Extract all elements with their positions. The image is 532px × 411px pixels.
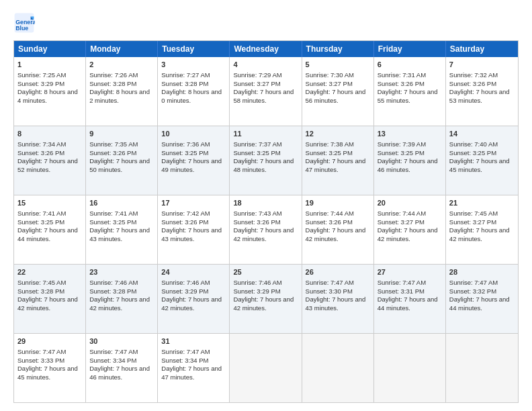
sunset-label: Sunset: 3:26 PM — [17, 149, 64, 156]
day-number: 25 — [233, 267, 298, 277]
sunset-label: Sunset: 3:25 PM — [17, 218, 64, 226]
day-number: 7 — [449, 60, 515, 70]
calendar-cell: 22 Sunrise: 7:45 AM Sunset: 3:28 PM Dayl… — [14, 265, 86, 333]
calendar-cell: 2 Sunrise: 7:26 AM Sunset: 3:28 PM Dayli… — [86, 57, 158, 126]
daylight-label: Daylight: 7 hours and 43 minutes. — [161, 226, 222, 242]
sunset-label: Sunset: 3:26 PM — [306, 218, 353, 226]
sunrise-label: Sunrise: 7:38 AM — [306, 140, 354, 148]
day-number: 8 — [17, 129, 82, 139]
calendar-cell: 15 Sunrise: 7:41 AM Sunset: 3:25 PM Dayl… — [14, 195, 86, 264]
day-number: 16 — [89, 198, 154, 208]
sunrise-label: Sunrise: 7:41 AM — [89, 210, 138, 217]
calendar-cell: 28 Sunrise: 7:47 AM Sunset: 3:32 PM Dayl… — [446, 265, 518, 333]
daylight-label: Daylight: 8 hours and 2 minutes. — [89, 88, 150, 104]
calendar-day-header: Monday — [86, 41, 158, 57]
sunrise-label: Sunrise: 7:39 AM — [378, 140, 426, 148]
calendar-row: 1 Sunrise: 7:25 AM Sunset: 3:29 PM Dayli… — [14, 57, 518, 126]
day-number: 24 — [161, 267, 226, 277]
svg-text:Blue: Blue — [15, 25, 28, 32]
sunrise-label: Sunrise: 7:44 AM — [378, 210, 426, 217]
daylight-label: Daylight: 7 hours and 49 minutes. — [161, 157, 222, 173]
calendar: SundayMondayTuesdayWednesdayThursdayFrid… — [13, 40, 519, 403]
sunset-label: Sunset: 3:26 PM — [233, 218, 280, 226]
daylight-label: Daylight: 7 hours and 48 minutes. — [233, 157, 294, 173]
calendar-cell: 14 Sunrise: 7:40 AM Sunset: 3:25 PM Dayl… — [446, 126, 518, 195]
calendar-row: 15 Sunrise: 7:41 AM Sunset: 3:25 PM Dayl… — [14, 195, 518, 264]
daylight-label: Daylight: 8 hours and 0 minutes. — [161, 88, 222, 104]
sunset-label: Sunset: 3:26 PM — [378, 80, 425, 87]
sunrise-label: Sunrise: 7:35 AM — [89, 140, 138, 148]
daylight-label: Daylight: 7 hours and 44 minutes. — [449, 295, 510, 312]
sunrise-label: Sunrise: 7:31 AM — [378, 71, 426, 79]
day-number: 30 — [89, 336, 154, 347]
day-number: 9 — [89, 129, 154, 139]
sunrise-label: Sunrise: 7:37 AM — [233, 140, 281, 148]
calendar-cell: 27 Sunrise: 7:47 AM Sunset: 3:31 PM Dayl… — [374, 265, 446, 333]
day-number: 14 — [449, 129, 515, 139]
sunrise-label: Sunrise: 7:41 AM — [17, 210, 66, 217]
calendar-cell: 12 Sunrise: 7:38 AM Sunset: 3:25 PM Dayl… — [302, 126, 374, 195]
day-number: 12 — [306, 129, 370, 139]
calendar-cell: 25 Sunrise: 7:46 AM Sunset: 3:29 PM Dayl… — [230, 265, 302, 333]
day-number: 21 — [449, 198, 515, 208]
sunrise-label: Sunrise: 7:25 AM — [17, 71, 66, 79]
calendar-day-header: Saturday — [446, 41, 518, 57]
sunset-label: Sunset: 3:25 PM — [161, 149, 208, 156]
sunset-label: Sunset: 3:27 PM — [306, 80, 353, 87]
calendar-row: 29 Sunrise: 7:47 AM Sunset: 3:33 PM Dayl… — [14, 333, 518, 402]
sunrise-label: Sunrise: 7:47 AM — [378, 279, 426, 286]
sunrise-label: Sunrise: 7:46 AM — [161, 279, 210, 286]
calendar-cell: 5 Sunrise: 7:30 AM Sunset: 3:27 PM Dayli… — [302, 57, 374, 126]
calendar-body: 1 Sunrise: 7:25 AM Sunset: 3:29 PM Dayli… — [14, 57, 518, 402]
calendar-day-header: Friday — [374, 41, 446, 57]
daylight-label: Daylight: 7 hours and 43 minutes. — [306, 295, 366, 312]
daylight-label: Daylight: 7 hours and 50 minutes. — [89, 157, 150, 173]
sunset-label: Sunset: 3:27 PM — [233, 80, 280, 87]
day-number: 1 — [17, 60, 82, 70]
calendar-cell: 19 Sunrise: 7:44 AM Sunset: 3:26 PM Dayl… — [302, 195, 374, 264]
sunset-label: Sunset: 3:25 PM — [449, 149, 496, 156]
daylight-label: Daylight: 7 hours and 42 minutes. — [161, 295, 222, 312]
day-number: 15 — [17, 198, 82, 208]
sunset-label: Sunset: 3:32 PM — [449, 287, 496, 295]
sunrise-label: Sunrise: 7:34 AM — [17, 140, 66, 148]
day-number: 31 — [161, 336, 226, 347]
header: General Blue — [13, 12, 519, 34]
day-number: 17 — [161, 198, 226, 208]
sunrise-label: Sunrise: 7:40 AM — [449, 140, 498, 148]
day-number: 27 — [378, 267, 442, 277]
sunset-label: Sunset: 3:25 PM — [306, 149, 353, 156]
calendar-cell: 18 Sunrise: 7:43 AM Sunset: 3:26 PM Dayl… — [230, 195, 302, 264]
sunrise-label: Sunrise: 7:47 AM — [161, 348, 210, 355]
sunset-label: Sunset: 3:34 PM — [161, 357, 208, 364]
calendar-cell: 29 Sunrise: 7:47 AM Sunset: 3:33 PM Dayl… — [14, 334, 86, 402]
calendar-cell: 8 Sunrise: 7:34 AM Sunset: 3:26 PM Dayli… — [14, 126, 86, 195]
logo-icon: General Blue — [13, 12, 35, 34]
sunset-label: Sunset: 3:27 PM — [378, 218, 425, 226]
sunrise-label: Sunrise: 7:36 AM — [161, 140, 210, 148]
sunset-label: Sunset: 3:26 PM — [161, 218, 208, 226]
calendar-day-header: Tuesday — [158, 41, 230, 57]
logo: General Blue — [13, 12, 38, 34]
daylight-label: Daylight: 7 hours and 46 minutes. — [378, 157, 438, 173]
sunrise-label: Sunrise: 7:46 AM — [89, 279, 138, 286]
day-number: 6 — [378, 60, 442, 70]
sunset-label: Sunset: 3:29 PM — [17, 80, 64, 87]
daylight-label: Daylight: 7 hours and 44 minutes. — [17, 226, 78, 242]
calendar-day-header: Wednesday — [230, 41, 302, 57]
sunset-label: Sunset: 3:26 PM — [89, 149, 136, 156]
day-number: 11 — [233, 129, 298, 139]
day-number: 2 — [89, 60, 154, 70]
calendar-cell: 7 Sunrise: 7:32 AM Sunset: 3:26 PM Dayli… — [446, 57, 518, 126]
calendar-cell: 30 Sunrise: 7:47 AM Sunset: 3:34 PM Dayl… — [86, 334, 158, 402]
sunset-label: Sunset: 3:28 PM — [17, 287, 64, 295]
sunset-label: Sunset: 3:25 PM — [378, 149, 425, 156]
day-number: 3 — [161, 60, 226, 70]
calendar-row: 22 Sunrise: 7:45 AM Sunset: 3:28 PM Dayl… — [14, 264, 518, 333]
daylight-label: Daylight: 7 hours and 42 minutes. — [306, 226, 366, 242]
day-number: 26 — [306, 267, 370, 277]
daylight-label: Daylight: 7 hours and 58 minutes. — [233, 88, 294, 104]
sunset-label: Sunset: 3:25 PM — [233, 149, 280, 156]
calendar-cell: 31 Sunrise: 7:47 AM Sunset: 3:34 PM Dayl… — [158, 334, 230, 402]
daylight-label: Daylight: 8 hours and 4 minutes. — [17, 88, 78, 104]
